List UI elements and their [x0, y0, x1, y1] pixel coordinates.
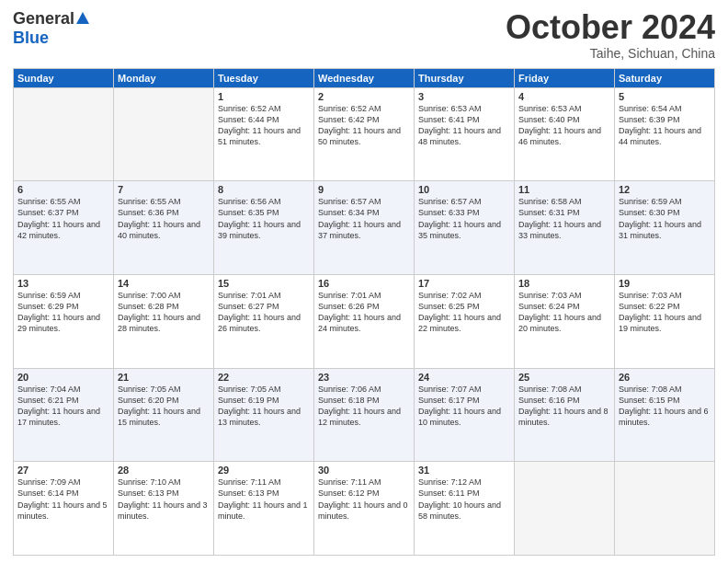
logo-general-text: General	[13, 9, 74, 29]
calendar-cell	[615, 462, 715, 556]
day-number: 22	[218, 372, 310, 383]
day-number: 1	[218, 91, 310, 102]
calendar-cell: 15Sunrise: 7:01 AM Sunset: 6:27 PM Dayli…	[214, 274, 314, 368]
cell-info: Sunrise: 7:10 AM Sunset: 6:13 PM Dayligh…	[118, 477, 210, 522]
day-number: 21	[118, 372, 210, 383]
cell-info: Sunrise: 6:53 AM Sunset: 6:40 PM Dayligh…	[518, 103, 610, 148]
cell-info: Sunrise: 7:06 AM Sunset: 6:18 PM Dayligh…	[318, 384, 410, 429]
day-number: 15	[218, 278, 310, 289]
calendar-cell: 12Sunrise: 6:59 AM Sunset: 6:30 PM Dayli…	[615, 181, 715, 275]
weekday-header-tuesday: Tuesday	[214, 68, 314, 87]
day-number: 30	[318, 465, 410, 476]
day-number: 11	[518, 184, 610, 195]
cell-info: Sunrise: 6:59 AM Sunset: 6:29 PM Dayligh…	[17, 290, 109, 335]
cell-info: Sunrise: 6:52 AM Sunset: 6:42 PM Dayligh…	[318, 103, 410, 148]
calendar-cell: 21Sunrise: 7:05 AM Sunset: 6:20 PM Dayli…	[114, 368, 214, 462]
calendar-cell: 31Sunrise: 7:12 AM Sunset: 6:11 PM Dayli…	[415, 462, 515, 556]
cell-info: Sunrise: 7:02 AM Sunset: 6:25 PM Dayligh…	[418, 290, 510, 335]
weekday-header-monday: Monday	[114, 68, 214, 87]
day-number: 7	[118, 184, 210, 195]
day-number: 6	[17, 184, 109, 195]
calendar-cell: 20Sunrise: 7:04 AM Sunset: 6:21 PM Dayli…	[14, 368, 114, 462]
day-number: 27	[17, 465, 109, 476]
weekday-header-saturday: Saturday	[615, 68, 715, 87]
cell-info: Sunrise: 6:54 AM Sunset: 6:39 PM Dayligh…	[619, 103, 711, 148]
calendar-week-1: 1Sunrise: 6:52 AM Sunset: 6:44 PM Daylig…	[14, 87, 715, 181]
calendar-cell	[114, 87, 214, 181]
weekday-header-sunday: Sunday	[14, 68, 114, 87]
calendar-cell: 9Sunrise: 6:57 AM Sunset: 6:34 PM Daylig…	[314, 181, 415, 275]
cell-info: Sunrise: 7:04 AM Sunset: 6:21 PM Dayligh…	[17, 384, 109, 429]
title-location: Taihe, Sichuan, China	[506, 46, 715, 61]
calendar-cell: 17Sunrise: 7:02 AM Sunset: 6:25 PM Dayli…	[415, 274, 515, 368]
header: General Blue October 2024 Taihe, Sichuan…	[13, 9, 715, 61]
calendar-cell: 25Sunrise: 7:08 AM Sunset: 6:16 PM Dayli…	[515, 368, 615, 462]
calendar-cell: 16Sunrise: 7:01 AM Sunset: 6:26 PM Dayli…	[314, 274, 415, 368]
cell-info: Sunrise: 6:57 AM Sunset: 6:34 PM Dayligh…	[318, 196, 410, 241]
day-number: 4	[518, 91, 610, 102]
day-number: 16	[318, 278, 410, 289]
day-number: 10	[418, 184, 510, 195]
calendar-cell: 23Sunrise: 7:06 AM Sunset: 6:18 PM Dayli…	[314, 368, 415, 462]
cell-info: Sunrise: 6:55 AM Sunset: 6:37 PM Dayligh…	[17, 196, 109, 241]
calendar-cell	[14, 87, 114, 181]
cell-info: Sunrise: 7:11 AM Sunset: 6:13 PM Dayligh…	[218, 477, 310, 522]
weekday-header-row: SundayMondayTuesdayWednesdayThursdayFrid…	[14, 68, 715, 87]
calendar-week-5: 27Sunrise: 7:09 AM Sunset: 6:14 PM Dayli…	[14, 462, 715, 556]
day-number: 23	[318, 372, 410, 383]
calendar-week-4: 20Sunrise: 7:04 AM Sunset: 6:21 PM Dayli…	[14, 368, 715, 462]
logo-text: General	[13, 9, 89, 29]
weekday-header-thursday: Thursday	[415, 68, 515, 87]
title-month: October 2024	[506, 9, 715, 46]
cell-info: Sunrise: 7:03 AM Sunset: 6:24 PM Dayligh…	[518, 290, 610, 335]
calendar-cell: 19Sunrise: 7:03 AM Sunset: 6:22 PM Dayli…	[615, 274, 715, 368]
cell-info: Sunrise: 6:59 AM Sunset: 6:30 PM Dayligh…	[619, 196, 711, 241]
calendar-cell: 8Sunrise: 6:56 AM Sunset: 6:35 PM Daylig…	[214, 181, 314, 275]
calendar-cell: 6Sunrise: 6:55 AM Sunset: 6:37 PM Daylig…	[14, 181, 114, 275]
calendar-cell: 24Sunrise: 7:07 AM Sunset: 6:17 PM Dayli…	[415, 368, 515, 462]
day-number: 18	[518, 278, 610, 289]
cell-info: Sunrise: 6:53 AM Sunset: 6:41 PM Dayligh…	[418, 103, 510, 148]
calendar-cell: 30Sunrise: 7:11 AM Sunset: 6:12 PM Dayli…	[314, 462, 415, 556]
calendar-week-2: 6Sunrise: 6:55 AM Sunset: 6:37 PM Daylig…	[14, 181, 715, 275]
cell-info: Sunrise: 7:11 AM Sunset: 6:12 PM Dayligh…	[318, 477, 410, 522]
day-number: 29	[218, 465, 310, 476]
weekday-header-wednesday: Wednesday	[314, 68, 415, 87]
calendar-cell: 2Sunrise: 6:52 AM Sunset: 6:42 PM Daylig…	[314, 87, 415, 181]
cell-info: Sunrise: 7:08 AM Sunset: 6:16 PM Dayligh…	[518, 384, 610, 429]
calendar-table: SundayMondayTuesdayWednesdayThursdayFrid…	[13, 68, 715, 556]
calendar-cell: 22Sunrise: 7:05 AM Sunset: 6:19 PM Dayli…	[214, 368, 314, 462]
day-number: 14	[118, 278, 210, 289]
calendar-cell: 28Sunrise: 7:10 AM Sunset: 6:13 PM Dayli…	[114, 462, 214, 556]
calendar-cell: 7Sunrise: 6:55 AM Sunset: 6:36 PM Daylig…	[114, 181, 214, 275]
calendar-cell: 1Sunrise: 6:52 AM Sunset: 6:44 PM Daylig…	[214, 87, 314, 181]
cell-info: Sunrise: 6:52 AM Sunset: 6:44 PM Dayligh…	[218, 103, 310, 148]
title-area: October 2024 Taihe, Sichuan, China	[506, 9, 715, 61]
day-number: 28	[118, 465, 210, 476]
cell-info: Sunrise: 6:58 AM Sunset: 6:31 PM Dayligh…	[518, 196, 610, 241]
weekday-header-friday: Friday	[515, 68, 615, 87]
logo-blue-text: Blue	[13, 29, 49, 48]
calendar-week-3: 13Sunrise: 6:59 AM Sunset: 6:29 PM Dayli…	[14, 274, 715, 368]
calendar-cell: 4Sunrise: 6:53 AM Sunset: 6:40 PM Daylig…	[515, 87, 615, 181]
day-number: 2	[318, 91, 410, 102]
day-number: 17	[418, 278, 510, 289]
cell-info: Sunrise: 7:03 AM Sunset: 6:22 PM Dayligh…	[619, 290, 711, 335]
calendar-cell: 3Sunrise: 6:53 AM Sunset: 6:41 PM Daylig…	[415, 87, 515, 181]
day-number: 9	[318, 184, 410, 195]
day-number: 12	[619, 184, 711, 195]
calendar-cell: 18Sunrise: 7:03 AM Sunset: 6:24 PM Dayli…	[515, 274, 615, 368]
calendar-cell: 29Sunrise: 7:11 AM Sunset: 6:13 PM Dayli…	[214, 462, 314, 556]
day-number: 31	[418, 465, 510, 476]
day-number: 3	[418, 91, 510, 102]
calendar-cell: 26Sunrise: 7:08 AM Sunset: 6:15 PM Dayli…	[615, 368, 715, 462]
cell-info: Sunrise: 7:01 AM Sunset: 6:27 PM Dayligh…	[218, 290, 310, 335]
day-number: 24	[418, 372, 510, 383]
cell-info: Sunrise: 6:57 AM Sunset: 6:33 PM Dayligh…	[418, 196, 510, 241]
cell-info: Sunrise: 7:05 AM Sunset: 6:19 PM Dayligh…	[218, 384, 310, 429]
calendar-cell: 5Sunrise: 6:54 AM Sunset: 6:39 PM Daylig…	[615, 87, 715, 181]
day-number: 20	[17, 372, 109, 383]
cell-info: Sunrise: 7:12 AM Sunset: 6:11 PM Dayligh…	[418, 477, 510, 522]
cell-info: Sunrise: 7:00 AM Sunset: 6:28 PM Dayligh…	[118, 290, 210, 335]
cell-info: Sunrise: 7:01 AM Sunset: 6:26 PM Dayligh…	[318, 290, 410, 335]
